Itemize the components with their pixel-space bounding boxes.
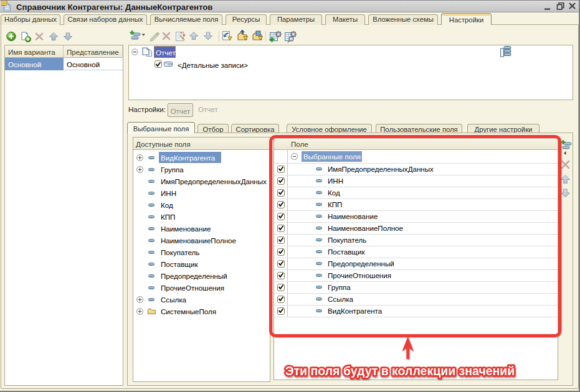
- svg-text:Эти поля будут в коллекции зна: Эти поля будут в коллекции значений: [285, 364, 515, 378]
